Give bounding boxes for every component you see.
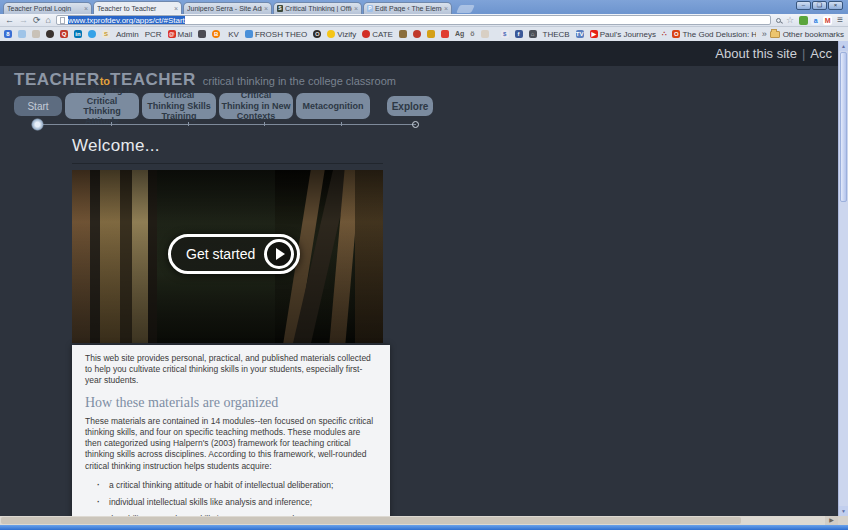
bookmark-item[interactable]: in (74, 30, 82, 38)
bookmark-item[interactable]: ö (470, 30, 474, 38)
burger-icon (427, 30, 435, 38)
maximize-button[interactable]: ❏ (812, 1, 827, 10)
bookmarks-bar: 8QinSAdminPCR@MailBKVFROSH THEOOVizifyCA… (0, 27, 848, 41)
minimize-button[interactable]: – (796, 1, 811, 10)
bookmark-item[interactable]: 8 (4, 30, 12, 38)
bookmark-item[interactable]: TV (576, 30, 584, 38)
bookmark-dark-disc-icon (46, 30, 54, 38)
bookmark-item[interactable] (481, 30, 489, 38)
bookmark-item[interactable]: ▶Paul's Journeys (590, 30, 656, 39)
horizontal-scroll-thumb[interactable] (1, 517, 741, 524)
back-icon[interactable]: ← (5, 15, 14, 26)
bookmark-item[interactable]: ⌂ (529, 30, 537, 38)
bookmark-item[interactable] (441, 30, 449, 38)
bookmark-item[interactable]: $ (501, 30, 509, 38)
tv-icon: TV (576, 30, 584, 38)
bookmark-item[interactable] (198, 30, 206, 38)
bookmark-item[interactable] (18, 30, 26, 38)
vertical-scroll-thumb[interactable] (840, 52, 847, 202)
browser-tab[interactable]: Teacher to Teacher× (93, 1, 182, 14)
search-icon[interactable] (776, 18, 781, 23)
bullet-item: individual intellectual skills like anal… (109, 497, 377, 508)
nav-tab-metacognition[interactable]: Metacognition (296, 93, 370, 119)
tab-close-icon[interactable]: × (264, 5, 268, 12)
bookmark-item[interactable] (32, 30, 40, 38)
scroll-up-arrow[interactable]: ▲ (839, 41, 848, 51)
vertical-scrollbar[interactable]: ▲ ▼ (838, 41, 848, 516)
nav-tab-start[interactable]: Start (14, 96, 62, 116)
bookmark-window-icon (18, 30, 26, 38)
bookmark-item[interactable]: OThe God Delusion: Has... (672, 30, 755, 39)
bookmark-item[interactable]: B (212, 30, 220, 38)
nav-tab-skills[interactable]: Critical Thinking Skills Training (142, 93, 216, 119)
bookmark-star-icon[interactable]: ☆ (786, 15, 794, 25)
scroll-right-arrow[interactable]: ▶ (825, 516, 838, 525)
tab-title: Teacher Portal Login (7, 5, 82, 12)
tab-strip: Teacher Portal Login×Teacher to Teacher×… (0, 0, 788, 14)
nav-tab-attitude[interactable]: Developing a Critical Thinking Attitude (65, 93, 139, 119)
bookmark-item[interactable] (427, 30, 435, 38)
bookmark-item[interactable]: Ag (455, 30, 464, 38)
new-tab-button[interactable] (456, 5, 475, 13)
tab-close-icon[interactable]: × (354, 5, 358, 12)
scrollbar-corner (838, 516, 848, 525)
bookmark-item[interactable]: f (515, 30, 523, 38)
play-icon[interactable] (264, 239, 294, 269)
bookmark-item[interactable]: CATE (362, 30, 393, 39)
browser-tab[interactable]: PEdit Page ‹ The Elements of× (363, 2, 452, 14)
progress-current-dot (31, 118, 44, 131)
bookmark-item[interactable]: ∴ (662, 30, 666, 38)
window-bottom-edge (0, 525, 848, 530)
bookmark-item[interactable]: Admin (116, 30, 139, 39)
tab-close-icon[interactable]: × (444, 5, 448, 12)
home-icon[interactable]: ⌂ (46, 15, 51, 26)
bookmark-item[interactable]: KV (226, 30, 239, 39)
browser-window-frame: Teacher Portal Login×Teacher to Teacher×… (0, 0, 848, 41)
bookmark-item[interactable]: @Mail (168, 30, 193, 39)
o-umlaut-icon: ö (470, 30, 474, 38)
bookmark-item[interactable] (46, 30, 54, 38)
intro-paragraph: This web site provides personal, practic… (85, 353, 377, 386)
url-text[interactable]: www.txprofdev.org/apps/ct/#Start (68, 16, 185, 25)
browser-tab[interactable]: SCritical Thinking | Office of F× (273, 2, 362, 14)
get-started-button[interactable]: Get started (168, 234, 300, 274)
nav-tab-contexts[interactable]: Critical Thinking in New Contexts (219, 93, 293, 119)
close-button[interactable]: × (828, 1, 843, 10)
horizontal-scrollbar[interactable]: ▶ (0, 516, 838, 525)
content-panel: This web site provides personal, practic… (72, 345, 390, 530)
bookmark-label: PCR (145, 30, 162, 39)
nav-tab-explore[interactable]: Explore (387, 96, 433, 116)
bookmarks-overflow-icon[interactable]: » (762, 29, 767, 39)
about-this-site-link[interactable]: About this site (715, 46, 797, 61)
tab-close-icon[interactable]: × (174, 5, 178, 12)
hero-image-books: Get started (72, 170, 383, 343)
bookmark-item[interactable]: FROSH THEO (245, 30, 307, 39)
extension-mail-icon[interactable]: M (823, 16, 832, 25)
bookmark-item[interactable] (88, 30, 96, 38)
chrome-menu-icon[interactable]: ≡ (837, 15, 843, 25)
youtube-icon: ▶ (590, 30, 598, 38)
accessibility-link[interactable]: Acc (810, 46, 832, 61)
browser-tab[interactable]: Junipero Serra - Site Admin× (183, 2, 272, 14)
bookmark-item[interactable]: S (102, 30, 110, 38)
forward-icon[interactable]: → (19, 15, 28, 26)
tab-close-icon[interactable]: × (84, 5, 88, 12)
bookmark-item[interactable]: THECB (543, 30, 570, 39)
reload-icon[interactable]: ⟳ (33, 15, 41, 26)
bookmark-item[interactable]: Vizify (327, 30, 356, 39)
progress-tick (341, 122, 342, 126)
bookmark-item[interactable]: PCR (145, 30, 162, 39)
bookmark-item[interactable] (399, 30, 407, 38)
bookmark-item[interactable]: Q (60, 30, 68, 38)
flag-icon (441, 30, 449, 38)
scroll-down-arrow[interactable]: ▼ (839, 506, 848, 516)
bookmark-item[interactable] (413, 30, 421, 38)
bookmarks-right: » Other bookmarks (756, 29, 844, 39)
address-bar[interactable]: www.txprofdev.org/apps/ct/#Start (56, 15, 771, 25)
extension-a-icon[interactable]: a (811, 16, 820, 25)
extension-green-icon[interactable] (799, 16, 808, 25)
tab-title: Junipero Serra - Site Admin (187, 5, 262, 12)
other-bookmarks-button[interactable]: Other bookmarks (783, 30, 844, 39)
browser-tab[interactable]: Teacher Portal Login× (3, 2, 92, 14)
bookmark-item[interactable]: O (313, 30, 321, 38)
